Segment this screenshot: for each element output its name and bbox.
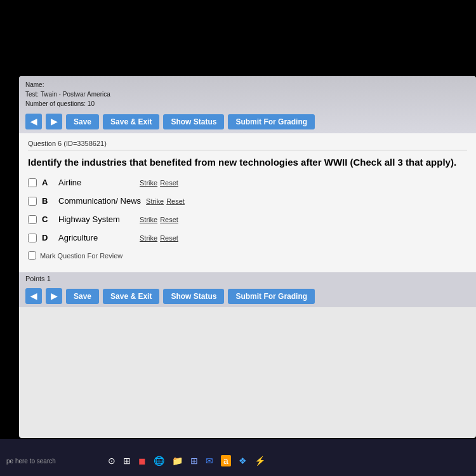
option-a-text: Airline (58, 178, 135, 187)
bottom-forward-button[interactable]: ▶ (46, 288, 62, 304)
forward-button[interactable]: ▶ (46, 114, 62, 129)
save-button[interactable]: Save (66, 114, 99, 129)
bottom-back-button[interactable]: ◀ (25, 288, 42, 304)
taskbar-apps-icon[interactable]: ⊞ (190, 456, 198, 466)
strike-reset-a: Strike Reset (140, 179, 178, 187)
taskbar-office-icon[interactable]: ◼ (138, 456, 146, 466)
option-a: A Airline Strike Reset (28, 178, 467, 187)
strike-reset-b: Strike Reset (146, 197, 185, 205)
test-info: Name: Test: Twain - Postwar America Numb… (25, 80, 470, 109)
reset-a-button[interactable]: Reset (160, 179, 178, 187)
strike-reset-c: Strike Reset (140, 216, 178, 223)
taskbar-search-icon[interactable]: ⊞ (123, 456, 131, 466)
top-toolbar: ◀ ▶ Save Save & Exit Show Status Submit … (25, 111, 470, 131)
taskbar-dropbox-icon[interactable]: ❖ (239, 456, 247, 466)
strike-b-button[interactable]: Strike (146, 197, 164, 205)
show-status-button[interactable]: Show Status (163, 114, 224, 129)
mark-review-checkbox[interactable] (28, 251, 36, 260)
points-label: Points 1 (25, 275, 51, 282)
taskbar-mail-icon[interactable]: ✉ (206, 456, 213, 466)
checkbox-d[interactable] (28, 234, 37, 242)
bottom-toolbar: ◀ ▶ Save Save & Exit Show Status Submit … (19, 285, 476, 307)
checkbox-a[interactable] (28, 178, 37, 187)
checkbox-c[interactable] (28, 215, 37, 224)
taskbar-extra-icon[interactable]: ⚡ (255, 456, 265, 466)
option-b: B Communication/ News Strike Reset (28, 196, 467, 206)
strike-c-button[interactable]: Strike (140, 216, 157, 223)
checkbox-b[interactable] (28, 197, 37, 206)
option-c-text: Highway System (58, 215, 135, 224)
option-a-label: A (42, 178, 53, 187)
taskbar-amazon-icon[interactable]: a (221, 455, 231, 466)
points-bar: Points 1 (19, 272, 476, 285)
question-prompt: Identify the industries that benefited f… (28, 155, 467, 169)
reset-d-button[interactable]: Reset (160, 234, 178, 242)
bottom-submit-grading-button[interactable]: Submit For Grading (228, 289, 315, 304)
strike-reset-d: Strike Reset (140, 234, 178, 242)
submit-grading-button[interactable]: Submit For Grading (228, 114, 315, 129)
question-content: Question 6 (ID=3358621) Identify the ind… (19, 133, 476, 272)
option-b-text: Communication/ News (58, 196, 141, 206)
question-id: Question 6 (ID=3358621) (28, 140, 467, 150)
name-label: Name: (25, 80, 470, 89)
option-c: C Highway System Strike Reset (28, 215, 467, 224)
test-label: Test: Twain - Postwar America (25, 89, 470, 99)
questions-label: Number of questions: 10 (25, 99, 470, 109)
option-d: D Agriculture Strike Reset (28, 233, 467, 242)
search-label: pe here to search (6, 458, 56, 465)
option-b-label: B (42, 196, 53, 206)
taskbar-edge-icon[interactable]: 🌐 (154, 456, 164, 466)
bottom-save-button[interactable]: Save (66, 289, 99, 304)
save-exit-button[interactable]: Save & Exit (103, 114, 159, 129)
taskbar: pe here to search ⊙ ⊞ ◼ 🌐 📁 ⊞ ✉ a ❖ ⚡ (0, 439, 476, 476)
option-c-label: C (42, 215, 53, 224)
option-d-text: Agriculture (58, 233, 135, 242)
reset-b-button[interactable]: Reset (166, 197, 185, 205)
taskbar-files-icon[interactable]: 📁 (172, 456, 183, 466)
bottom-show-status-button[interactable]: Show Status (163, 289, 224, 304)
strike-a-button[interactable]: Strike (140, 179, 157, 187)
back-button[interactable]: ◀ (25, 114, 42, 129)
strike-d-button[interactable]: Strike (140, 234, 157, 242)
bottom-save-exit-button[interactable]: Save & Exit (103, 289, 159, 304)
mark-review-section: Mark Question For Review (28, 251, 467, 260)
mark-review-label: Mark Question For Review (40, 252, 122, 260)
taskbar-icons: ⊙ ⊞ ◼ 🌐 📁 ⊞ ✉ a ❖ ⚡ (108, 455, 265, 466)
reset-c-button[interactable]: Reset (160, 216, 178, 223)
option-d-label: D (42, 233, 53, 242)
taskbar-windows-icon[interactable]: ⊙ (108, 456, 116, 466)
